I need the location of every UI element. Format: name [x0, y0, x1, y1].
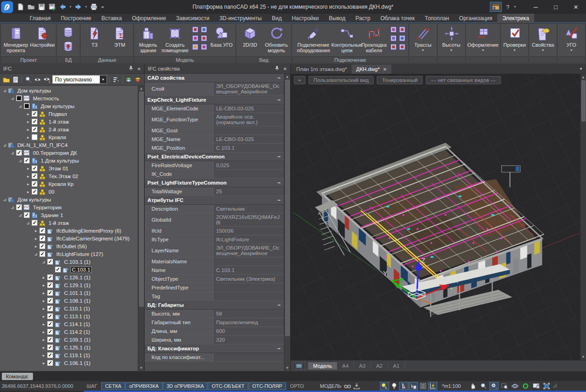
expander-icon[interactable]: ▸ [33, 244, 39, 249]
view-control-button[interactable]: --- нет связанных видов --- [426, 76, 500, 84]
tree-checkbox[interactable]: ✓ [47, 360, 53, 366]
expander-icon[interactable]: ▸ [41, 306, 47, 311]
property-section-header[interactable]: Pset_ElectricalDeviceCommon− [145, 152, 284, 161]
bulb-cursor-icon[interactable] [380, 382, 389, 390]
layers-b-icon[interactable] [134, 75, 142, 84]
collapse-icon[interactable]: − [277, 180, 281, 185]
decor-button[interactable]: Оформление▼ [467, 25, 499, 52]
toggle-СЕТКА[interactable]: СЕТКА [101, 382, 125, 390]
ribbon-tab-Облака точек[interactable]: Облака точек [375, 14, 420, 22]
ribbon-tab-Зависимости[interactable]: Зависимости [171, 14, 215, 22]
qa-saveas-icon[interactable] [47, 1, 57, 12]
lens-icon[interactable] [24, 75, 32, 84]
tree-item-label[interactable]: DK-N_1_КМ_П_IFC4 [16, 142, 69, 148]
sm-corner-icon[interactable] [191, 26, 199, 33]
update-model-button[interactable]: Обновить модель [263, 25, 290, 53]
collapse-icon[interactable]: − [277, 75, 281, 81]
tree-item-label[interactable]: C.129.1 (1) [63, 283, 92, 288]
property-value[interactable] [213, 257, 284, 266]
expander-icon[interactable]: ▸ [33, 236, 39, 241]
tree-checkbox[interactable]: ✓ [39, 243, 45, 249]
property-section-header[interactable]: БД: Габариты− [145, 301, 284, 310]
expander-icon[interactable]: ⊿ [41, 260, 47, 264]
collapse-icon[interactable]: − [277, 346, 281, 351]
tree-row[interactable]: ⊿Дом культуры [0, 196, 138, 203]
tree-item-label[interactable]: IfcBuildingElementProxy (6) [55, 228, 122, 234]
doc-tab-ДКН.dwg*[interactable]: ДКН.dwg*✕ [352, 65, 391, 74]
tree-item-label[interactable]: 1.Дом культуры [40, 158, 80, 163]
view-control-button[interactable]: Тонированный [377, 76, 423, 84]
expander-icon[interactable]: ⊿ [10, 205, 16, 210]
tree-row[interactable]: ▸✓2-й этаж [0, 125, 138, 133]
sm-marker-icon[interactable] [191, 34, 199, 42]
pan-hand-icon[interactable] [468, 382, 477, 390]
help-dropdown-icon[interactable]: ▾ [512, 5, 518, 9]
expander-icon[interactable]: ⊿ [17, 104, 23, 109]
tree-item-label[interactable]: C.114.1 (1) [63, 321, 91, 327]
expander-icon[interactable]: ▸ [25, 112, 31, 116]
layout-tab-A1[interactable]: A1 [388, 362, 405, 370]
ribbon-tab-Главная[interactable]: Главная [25, 14, 56, 22]
preset-select[interactable]: По умолчанию▼ [52, 75, 107, 84]
tree-row[interactable]: ▸✓Подвал [0, 110, 138, 118]
2d3d-button[interactable]: 2D/3D [238, 25, 262, 48]
resize-grip[interactable] [553, 383, 557, 389]
building-model-button[interactable]: Модель здания [136, 25, 160, 53]
expander-icon[interactable]: ▸ [25, 127, 31, 132]
sort-icon[interactable] [112, 75, 119, 84]
expander-icon[interactable]: ▸ [25, 120, 31, 124]
ribbon-tab-Настройки[interactable]: Настройки [287, 14, 324, 22]
tree-checkbox[interactable]: ✓ [39, 235, 45, 241]
sm-wire-icon[interactable] [390, 43, 397, 51]
tree-checkbox[interactable]: ✓ [47, 321, 53, 327]
expander-icon[interactable]: ▸ [41, 345, 47, 350]
tree-item-label[interactable]: C.125.1 (1) [63, 345, 92, 350]
tree-item-label[interactable]: C.103.1 [71, 267, 91, 272]
pin-icon[interactable] [129, 65, 133, 72]
property-value[interactable]: Параллелепипед [213, 318, 284, 327]
tree-checkbox[interactable]: ✓ [47, 352, 53, 358]
pin-icon[interactable] [275, 65, 279, 72]
tree-checkbox[interactable]: ✓ [47, 259, 53, 265]
tree-item-label[interactable]: C.109.1 (1) [63, 337, 92, 343]
select-arrow-icon[interactable]: ▼ [100, 76, 107, 83]
property-value[interactable] [213, 126, 284, 135]
expander-icon[interactable]: ⊿ [2, 143, 8, 147]
control-circuits-button[interactable]: Контрольные цепи [333, 25, 360, 53]
sm-section-icon[interactable] [200, 34, 208, 42]
ribbon-tab-Топоплан[interactable]: Топоплан [420, 14, 454, 22]
tree-row[interactable]: ▸✓IfcCableCarrierSegment (3479) [0, 234, 138, 242]
property-value[interactable] [213, 283, 284, 292]
tree-checkbox[interactable]: ✓ [32, 126, 38, 132]
property-value[interactable]: ЭЛ_ОБОРУДОВАНИЕ_Освещение_Аварийное [213, 82, 284, 95]
tree-checkbox[interactable] [32, 134, 38, 140]
toggle-ОРТО[interactable]: ОРТО [287, 382, 308, 390]
tree-row[interactable]: ✓C.103.1 [0, 266, 138, 273]
expander-icon[interactable]: ▸ [41, 283, 47, 288]
sm-lamp2-icon[interactable] [398, 34, 406, 42]
toggle-ШАГ[interactable]: ШАГ [83, 382, 101, 390]
close-tab-icon[interactable]: ✕ [383, 67, 386, 72]
ugo-base-button[interactable]: База УГО [209, 25, 234, 48]
zoom-window-icon[interactable] [500, 382, 509, 390]
tree-checkbox[interactable]: ✓ [24, 212, 30, 218]
property-value[interactable]: 320 [213, 336, 284, 344]
project-manager-button[interactable]: Менеджер проекта [2, 25, 29, 53]
tree-checkbox[interactable]: ✓ [24, 158, 30, 163]
etm-button[interactable]: ΣЭТМ [107, 25, 132, 48]
tree-checkbox[interactable] [16, 95, 22, 101]
close-button[interactable]: ✕ [566, 0, 586, 14]
tree-item-label[interactable]: Этаж 01 [48, 166, 69, 171]
close-panel-icon[interactable]: ✕ [283, 66, 287, 71]
tree-item-label[interactable]: IfcCableCarrierSegment (3479) [55, 236, 130, 241]
tree-row[interactable]: ▸✓Тех.Этаж 02 [0, 172, 138, 180]
command-line[interactable]: Команда: [0, 371, 586, 381]
ribbon-tab-Вставка[interactable]: Вставка [97, 14, 127, 22]
layout-tab-Модель[interactable]: Модель [308, 362, 337, 370]
tree-row[interactable]: ▸✓Этаж 01 [0, 164, 138, 172]
tree-row[interactable]: ▸✓00 [0, 188, 138, 196]
tz-button[interactable]: ТЗ [82, 25, 107, 48]
tracks-button[interactable]: Трассы▼ [411, 25, 435, 52]
property-value[interactable]: LE-CBO-03-025 [213, 135, 284, 143]
bolt-axes-icon[interactable] [428, 382, 437, 390]
